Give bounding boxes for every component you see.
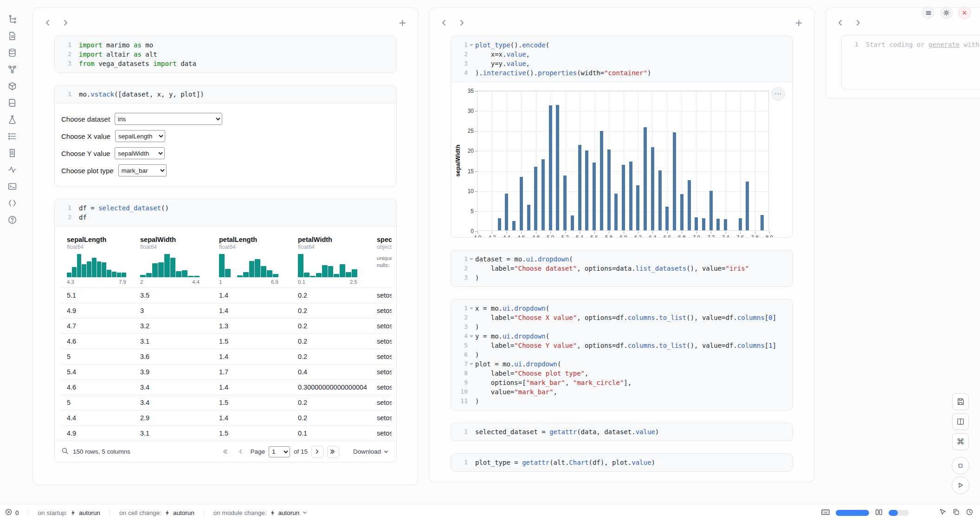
keyboard-shortcuts-icon[interactable] <box>821 508 830 518</box>
dataset-control-row: Choose dataset iris <box>61 111 390 127</box>
table-column-header[interactable]: sepalWidthfloat6424.4 <box>135 231 213 287</box>
zoom-slider[interactable] <box>889 510 909 516</box>
column-move-right-button[interactable] <box>456 17 467 28</box>
generate-with-ai-link[interactable]: generate <box>928 41 960 48</box>
scratchpad-icon[interactable] <box>6 113 18 125</box>
table-column-header[interactable]: petalLengthfloat6416.9 <box>213 231 292 287</box>
help-icon[interactable] <box>6 214 18 226</box>
run-all-button[interactable] <box>952 476 969 494</box>
empty-ai-cell[interactable]: 1 Start coding or generate with <box>841 35 980 90</box>
copy-icon[interactable] <box>952 508 960 517</box>
x-tick-label: 6.6 <box>661 234 674 238</box>
file-explorer-icon[interactable] <box>6 13 18 25</box>
code-editor-selected-dataset[interactable]: 1selected_dataset = getattr(data, datase… <box>451 423 793 441</box>
split-view-icon[interactable] <box>875 508 883 518</box>
chart-bar <box>563 176 567 230</box>
fold-chevron-icon[interactable] <box>468 363 475 365</box>
table-row[interactable]: 5.43.91.70.4setosa <box>61 365 392 380</box>
menu-button[interactable] <box>922 7 935 19</box>
y-control-row: Choose Y value sepalWidth <box>61 145 390 161</box>
packages-icon[interactable] <box>6 80 18 92</box>
code-line: 10 value="mark_bar", <box>454 387 788 397</box>
table-row[interactable]: 5.13.51.40.2setosa <box>61 288 392 303</box>
table-row[interactable]: 4.63.41.40.30000000000000004setosa <box>61 380 392 395</box>
code-editor-plot[interactable]: 1plot_type().encode(2 x=x.value,3 y=y.va… <box>451 36 793 82</box>
documentation-icon[interactable] <box>6 97 18 109</box>
chart-options-button[interactable]: ⋯ <box>771 87 785 101</box>
code-editor-plot-type[interactable]: 1plot_type = getattr(alt.Chart(df), plot… <box>451 454 793 471</box>
download-button[interactable]: Download <box>353 448 389 455</box>
x-tick-label: 5.0 <box>544 234 557 238</box>
column-move-right-button[interactable] <box>852 17 864 28</box>
tracebacks-icon[interactable] <box>6 163 18 176</box>
table-column-header[interactable]: sepalLengthfloat644.37.9 <box>61 231 135 287</box>
chart-bar <box>665 207 669 230</box>
code-editor-vstack[interactable]: 1mo.vstack([dataset, x, y, plot]) <box>55 85 396 103</box>
table-column-header[interactable]: petalWidthfloat640.12.5 <box>292 231 371 287</box>
table-row[interactable]: 53.41.50.2setosa <box>61 395 392 410</box>
on-module-change-config[interactable]: on module change: autorun <box>210 509 312 516</box>
last-page-button[interactable] <box>327 446 339 458</box>
settings-button[interactable] <box>940 7 953 19</box>
dependency-graph-icon[interactable] <box>6 63 18 75</box>
chart-bar <box>761 215 764 230</box>
code-editor-imports[interactable]: 1import marimo as mo2import altair as al… <box>55 36 396 72</box>
column-move-left-button[interactable] <box>42 17 53 28</box>
fold-chevron-icon[interactable] <box>468 335 475 338</box>
save-notebook-button[interactable] <box>952 393 969 410</box>
line-number: 1 <box>454 40 468 50</box>
table-summary: 150 rows, 5 columns <box>73 448 130 455</box>
on-startup-config[interactable]: on startup: autorun <box>34 509 104 516</box>
code-line: 3) <box>454 273 788 282</box>
chart-bar <box>585 150 588 230</box>
table-row[interactable]: 4.93.11.50.1setosa <box>61 426 392 441</box>
table-row[interactable]: 53.61.40.2setosa <box>61 349 392 365</box>
file-text-icon[interactable] <box>6 147 18 159</box>
x-value-select[interactable]: sepalLength <box>115 130 165 142</box>
add-column-button[interactable] <box>397 17 408 28</box>
column-move-left-button[interactable] <box>438 17 450 28</box>
choose-y-label: Choose Y value <box>61 150 110 157</box>
command-palette-button[interactable]: ⌘ <box>952 433 969 450</box>
width-slider[interactable] <box>836 510 869 516</box>
snippets-icon[interactable] <box>6 197 18 209</box>
chart-bar <box>724 219 727 230</box>
plot-type-select[interactable]: mark_bar <box>118 164 167 176</box>
stop-kernel-button[interactable] <box>952 457 969 475</box>
pointer-mode-icon[interactable] <box>939 508 947 517</box>
fold-chevron-icon[interactable] <box>468 307 475 310</box>
table-cell: 0.2 <box>292 349 371 364</box>
cell-selected-dataset: 1selected_dataset = getattr(data, datase… <box>451 423 793 441</box>
table-row[interactable]: 4.63.11.50.2setosa <box>61 334 392 349</box>
fold-chevron-icon[interactable] <box>468 44 475 46</box>
close-panel-button[interactable] <box>958 7 971 19</box>
on-cell-change-config[interactable]: on cell change: autorun <box>116 509 198 516</box>
code-editor-df[interactable]: 1df = selected_dataset()2df <box>55 199 396 226</box>
next-page-button[interactable] <box>311 446 323 458</box>
outline-icon[interactable] <box>6 130 18 142</box>
page-select[interactable]: 1 <box>269 446 290 457</box>
add-column-button[interactable] <box>793 17 804 28</box>
y-value-select[interactable]: sepalWidth <box>115 147 165 159</box>
table-row[interactable]: 4.931.40.2setosa <box>61 303 392 319</box>
terminal-icon[interactable] <box>6 180 18 192</box>
fold-chevron-icon[interactable] <box>468 258 475 260</box>
history-icon[interactable] <box>966 508 974 517</box>
layout-toggle-button[interactable] <box>952 413 969 430</box>
column-move-right-button[interactable] <box>60 17 71 28</box>
line-number: 3 <box>454 59 468 68</box>
code-editor-dropdowns[interactable]: 1x = mo.ui.dropdown(2 label="Choose X va… <box>451 300 793 410</box>
first-page-button[interactable] <box>219 446 231 458</box>
column-move-left-button[interactable] <box>835 17 846 28</box>
table-row[interactable]: 4.42.91.40.2setosa <box>61 410 392 426</box>
database-icon[interactable] <box>6 46 18 59</box>
table-row[interactable]: 4.73.21.30.2setosa <box>61 319 392 334</box>
dataset-select[interactable]: iris <box>115 113 222 125</box>
code-line: 2 x=x.value, <box>454 50 788 59</box>
table-column-header[interactable]: speciesobjectuniquenulls: <box>371 231 392 287</box>
prev-page-button[interactable] <box>234 446 246 458</box>
marimo-file-icon[interactable] <box>6 30 18 42</box>
code-editor-dataset[interactable]: 1dataset = mo.ui.dropdown(2 label="Choos… <box>451 250 793 287</box>
errors-indicator[interactable]: 0 <box>5 508 23 517</box>
table-search-icon[interactable] <box>61 447 69 456</box>
